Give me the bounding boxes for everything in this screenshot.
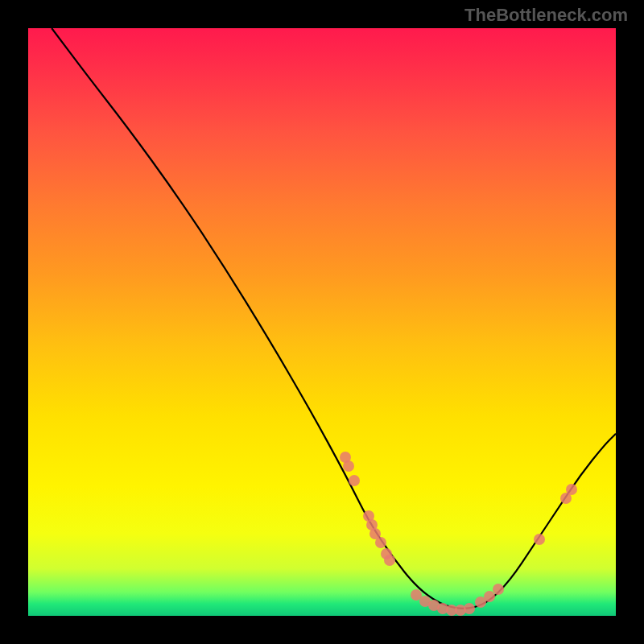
data-marker [375, 537, 386, 548]
plot-area [28, 28, 616, 616]
bottleneck-curve [28, 28, 616, 616]
data-marker [464, 603, 475, 614]
data-marker [343, 460, 354, 472]
data-marker [384, 555, 395, 566]
watermark-text: TheBottleneck.com [464, 5, 628, 26]
